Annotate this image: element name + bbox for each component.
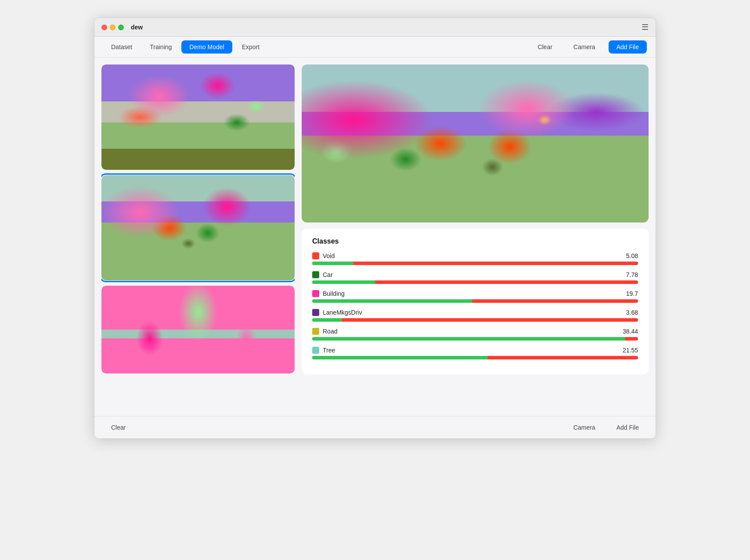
clear-button-bottom[interactable]: Clear <box>103 421 133 434</box>
class-header-car: Car 7.78 <box>312 271 638 278</box>
classes-title: Classes <box>312 237 638 245</box>
class-row-tree: Tree 21.55 <box>312 347 638 359</box>
car-color-swatch <box>312 271 319 278</box>
class-header-tree: Tree 21.55 <box>312 347 638 354</box>
class-row-car: Car 7.78 <box>312 271 638 284</box>
road-label: Road <box>323 328 623 335</box>
car-bar-fill <box>312 280 375 284</box>
thumbnail-1[interactable] <box>101 65 295 170</box>
close-button[interactable] <box>101 25 107 30</box>
class-header-lanemkgsdriv: LaneMkgsDriv 3.68 <box>312 309 638 316</box>
building-bar-fill <box>312 299 472 303</box>
nav-bar: Dataset Training Demo Model Export Clear… <box>94 37 656 57</box>
void-value: 5.08 <box>626 252 638 259</box>
thumbnail-3[interactable] <box>101 286 295 373</box>
void-color-swatch <box>312 252 319 259</box>
thumbnail-2[interactable] <box>101 175 295 280</box>
camera-button-bottom[interactable]: Camera <box>566 421 603 434</box>
thumbnail-list <box>101 65 295 409</box>
class-header-building: Building 19.7 <box>312 290 638 297</box>
maximize-button[interactable] <box>118 25 124 30</box>
building-value: 19.7 <box>626 290 638 297</box>
tab-demo-model[interactable]: Demo Model <box>181 40 232 54</box>
car-bar-track <box>312 280 638 284</box>
building-label: Building <box>323 290 626 297</box>
traffic-lights <box>101 25 124 30</box>
lanemkgsdriv-bar-fill <box>312 318 342 322</box>
car-value: 7.78 <box>626 271 638 278</box>
add-file-button-top[interactable]: Add File <box>609 40 647 54</box>
tree-bar-track <box>312 356 638 359</box>
void-bar-track <box>312 262 638 265</box>
void-label: Void <box>323 252 626 259</box>
lanemkgsdriv-label: LaneMkgsDriv <box>323 309 626 316</box>
bottom-bar: Clear Camera Add File <box>94 416 656 438</box>
tab-training[interactable]: Training <box>142 40 180 54</box>
tab-dataset[interactable]: Dataset <box>103 40 140 54</box>
class-row-void: Void 5.08 <box>312 252 638 265</box>
road-bar-track <box>312 337 638 341</box>
clear-button-top[interactable]: Clear <box>530 40 560 54</box>
road-color-swatch <box>312 328 319 335</box>
window-title: dew <box>131 24 143 31</box>
main-content: Classes Void 5.08 Car <box>94 57 656 416</box>
class-header-road: Road 38.44 <box>312 328 638 335</box>
road-bar-fill <box>312 337 625 341</box>
app-window: dew ☰ Dataset Training Demo Model Export… <box>94 18 656 439</box>
car-label: Car <box>323 271 626 278</box>
class-row-building: Building 19.7 <box>312 290 638 303</box>
minimize-button[interactable] <box>110 25 115 30</box>
classes-panel: Classes Void 5.08 Car <box>302 229 649 374</box>
tree-label: Tree <box>323 347 623 354</box>
lanemkgsdriv-color-swatch <box>312 309 319 316</box>
menu-icon[interactable]: ☰ <box>642 22 649 32</box>
tree-bar-fill <box>312 356 488 359</box>
right-panel: Classes Void 5.08 Car <box>302 65 649 409</box>
main-preview-image <box>302 65 649 223</box>
building-bar-track <box>312 299 638 303</box>
nav-right-actions: Clear Camera Add File <box>530 40 647 54</box>
tree-color-swatch <box>312 347 319 354</box>
tab-export[interactable]: Export <box>234 40 267 54</box>
lanemkgsdriv-bar-track <box>312 318 638 322</box>
camera-button-top[interactable]: Camera <box>566 40 603 54</box>
building-color-swatch <box>312 290 319 297</box>
thumbnail-image-1 <box>101 65 295 170</box>
lanemkgsdriv-value: 3.68 <box>626 309 638 316</box>
class-row-lanemkgsdriv: LaneMkgsDriv 3.68 <box>312 309 638 322</box>
class-row-road: Road 38.44 <box>312 328 638 341</box>
thumbnail-image-3 <box>101 286 295 373</box>
road-value: 38.44 <box>623 328 638 335</box>
add-file-button-bottom[interactable]: Add File <box>609 421 647 434</box>
tree-value: 21.55 <box>623 347 638 354</box>
void-bar-fill <box>312 262 353 265</box>
title-bar: dew ☰ <box>94 18 656 37</box>
class-header-void: Void 5.08 <box>312 252 638 259</box>
thumbnail-image-2 <box>101 175 295 280</box>
segmentation-overlay <box>302 65 649 223</box>
